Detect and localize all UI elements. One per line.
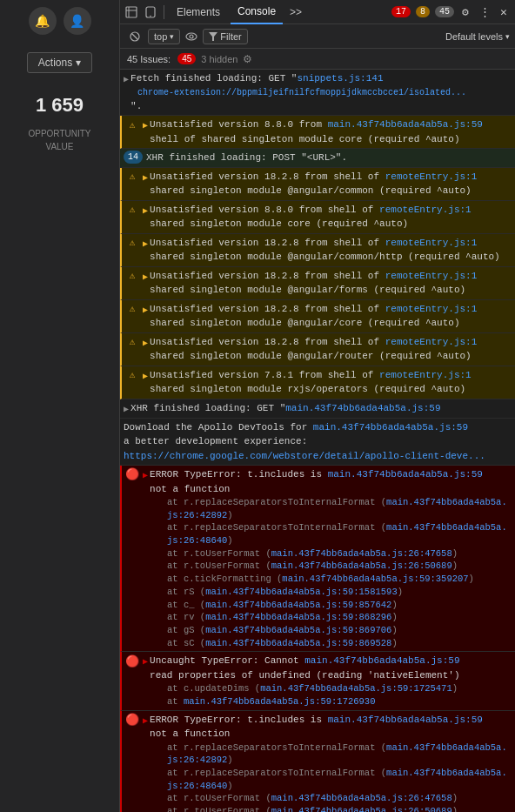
stack-line: at r.replaceSeparatorsToInternalFormat (… — [150, 496, 512, 521]
remote-entry-link-4[interactable]: remoteEntry.js:1 — [385, 271, 478, 281]
stop-recording-icon[interactable] — [125, 27, 144, 46]
stack-link[interactable]: main.43f74bb6ada4ab5a.js:59:857642 — [205, 600, 391, 610]
expand-arrow-icon[interactable]: ▶ — [143, 119, 148, 132]
expand-arrow-icon[interactable]: ▶ — [143, 205, 148, 218]
stack-line: at r.toUserFormat (main.43f74bb6ada4ab5a… — [150, 560, 512, 573]
device-toolbar-icon[interactable] — [143, 4, 158, 20]
expand-arrow-icon[interactable]: ▶ — [143, 337, 148, 350]
label-value: VALUE — [28, 140, 90, 153]
stack-link[interactable]: main.43f74bb6ada4ab5a.js:59:869706 — [205, 625, 391, 635]
warning-icon: ⚠ — [125, 336, 139, 350]
message-content: Fetch finished loading: GET "snippets.js… — [130, 71, 512, 113]
settings-icon[interactable]: ⚙ — [458, 4, 473, 20]
xhr-count-badge: 14 — [124, 151, 143, 164]
message-fetch-1: ▶ Fetch finished loading: GET "snippets.… — [120, 70, 515, 116]
expand-arrow-icon[interactable]: ▶ — [143, 271, 148, 284]
expand-arrow-icon[interactable]: ▶ — [124, 403, 129, 416]
warning-icon: ⚠ — [125, 118, 139, 132]
sidebar-labels: OPPORTUNITY VALUE — [28, 127, 90, 153]
hidden-count-label: 3 hidden — [201, 54, 237, 64]
svg-rect-0 — [126, 7, 137, 17]
main-js-link-3[interactable]: main.43f74bb6ada4ab5a.js:59 — [313, 422, 468, 433]
stack-link[interactable]: main.43f74bb6ada4ab5a.js:26:48640 — [167, 522, 507, 546]
message-content: Unsatisfied version 8.8.0 from shell of … — [150, 203, 512, 232]
message-error-1: 🔴 ▶ ERROR TypeError: t.includes is main.… — [120, 466, 515, 652]
stack-link[interactable]: main.43f74bb6ada4ab5a.js:26:50689 — [271, 560, 452, 571]
message-warning-6: ⚠ ▶ Unsatisfied version 18.2.8 from shel… — [120, 300, 515, 333]
devtools-panel: Elements Console >> 17 8 45 ⚙ ⋮ ✕ top ▾ — [120, 0, 515, 812]
message-content: Unsatisfied version 18.2.8 from shell of… — [150, 170, 512, 198]
warning-icon: ⚠ — [125, 270, 139, 284]
warning-icon: ⚠ — [125, 204, 139, 218]
chevron-down-icon: ▾ — [76, 57, 81, 69]
stack-link[interactable]: main.43f74bb6ada4ab5a.js:59:1726930 — [184, 696, 376, 707]
expand-arrow-icon[interactable]: ▶ — [143, 238, 148, 251]
close-icon[interactable]: ✕ — [496, 4, 512, 20]
expand-arrow-icon[interactable]: ▶ — [143, 370, 148, 383]
user-avatar[interactable]: 👤 — [64, 7, 91, 35]
expand-arrow-icon[interactable]: ▶ — [143, 469, 148, 482]
remote-entry-link-5[interactable]: remoteEntry.js:1 — [385, 304, 478, 314]
message-warning-4: ⚠ ▶ Unsatisfied version 18.2.8 from shel… — [120, 234, 515, 267]
warning-icon: ⚠ — [125, 369, 139, 383]
main-js-link-2[interactable]: main.43f74bb6ada4ab5a.js:59 — [285, 403, 440, 413]
level-select[interactable]: top ▾ — [148, 29, 180, 44]
main-js-error-link-3[interactable]: main.43f74bb6ada4ab5a.js:59 — [328, 715, 483, 725]
message-content: XHR finished loading: GET "main.43f74bb6… — [130, 401, 512, 416]
stack-link[interactable]: main.43f74bb6ada4ab5a.js:26:42892 — [167, 497, 507, 520]
main-js-link[interactable]: main.43f74bb6ada4ab5a.js:59 — [328, 119, 483, 130]
snippets-link[interactable]: snippets.js:141 — [297, 73, 383, 84]
stack-link[interactable]: main.43f74bb6ada4ab5a.js:59:1725471 — [260, 683, 452, 694]
warning-icon: ⚠ — [125, 237, 139, 251]
stack-link[interactable]: main.43f74bb6ada4ab5a.js:59:868296 — [205, 612, 391, 622]
tab-console[interactable]: Console — [231, 0, 283, 24]
tab-more[interactable]: >> — [286, 0, 305, 24]
expand-arrow-icon[interactable]: ▶ — [143, 655, 148, 668]
message-warning-3: ⚠ ▶ Unsatisfied version 8.8.0 from shell… — [120, 201, 515, 234]
main-js-error-link[interactable]: main.43f74bb6ada4ab5a.js:59 — [328, 469, 483, 480]
message-content: Uncaught TypeError: Cannot main.43f74bb6… — [150, 654, 512, 708]
expand-arrow-icon[interactable]: ▶ — [124, 73, 129, 86]
svg-line-6 — [132, 34, 137, 39]
remote-entry-link[interactable]: remoteEntry.js:1 — [385, 171, 478, 182]
svg-marker-9 — [209, 32, 217, 41]
stack-line: at rv (main.43f74bb6ada4ab5a.js:59:86829… — [150, 611, 512, 624]
issues-label: 45 Issues: — [127, 54, 171, 64]
remote-entry-link-2[interactable]: remoteEntry.js:1 — [379, 205, 472, 215]
filter-button[interactable]: Filter — [203, 29, 247, 44]
stack-link[interactable]: main.43f74bb6ada4ab5a.js:26:47658 — [271, 548, 452, 559]
chrome-store-link[interactable]: https://chrome.google.com/webstore/detai… — [124, 451, 485, 461]
issues-error-badge: 45 — [177, 53, 196, 64]
tab-elements[interactable]: Elements — [170, 0, 227, 24]
detach-icon[interactable]: ⋮ — [477, 4, 492, 20]
expand-arrow-icon[interactable]: ▶ — [143, 304, 148, 317]
actions-button[interactable]: Actions ▾ — [27, 52, 92, 73]
number-display: 1 659 — [36, 94, 84, 117]
console-messages[interactable]: ▶ Fetch finished loading: GET "snippets.… — [120, 70, 515, 812]
issues-gear-icon[interactable]: ⚙ — [243, 53, 252, 65]
eye-icon[interactable] — [184, 29, 199, 44]
main-js-error-link-2[interactable]: main.43f74bb6ada4ab5a.js:59 — [304, 655, 459, 666]
remote-entry-link-7[interactable]: remoteEntry.js:1 — [379, 370, 472, 380]
message-content: Unsatisfied version 8.8.0 from main.43f7… — [150, 117, 512, 146]
level-label: top — [154, 31, 167, 42]
stack-link[interactable]: main.43f74bb6ada4ab5a.js:26:42892 — [167, 742, 507, 766]
remote-entry-link-3[interactable]: remoteEntry.js:1 — [385, 238, 478, 248]
inspect-element-icon[interactable] — [124, 4, 139, 20]
toolbar-separator-1 — [164, 5, 164, 19]
stack-link[interactable]: main.43f74bb6ada4ab5a.js:26:50689 — [271, 806, 452, 812]
stack-link[interactable]: main.43f74bb6ada4ab5a.js:59:359207 — [282, 574, 468, 584]
stack-link[interactable]: main.43f74bb6ada4ab5a.js:26:48640 — [167, 768, 507, 791]
stack-link[interactable]: main.43f74bb6ada4ab5a.js:59:869528 — [205, 638, 391, 648]
stack-line: at r.toUserFormat (main.43f74bb6ada4ab5a… — [150, 805, 512, 812]
warning-icon: ⚠ — [125, 303, 139, 317]
expand-arrow-icon[interactable]: ▶ — [143, 171, 148, 185]
stack-link[interactable]: main.43f74bb6ada4ab5a.js:59:1581593 — [205, 587, 398, 597]
default-levels-label: Default levels — [445, 31, 503, 42]
expand-arrow-icon[interactable]: ▶ — [143, 715, 148, 728]
remote-entry-link-6[interactable]: remoteEntry.js:1 — [385, 337, 478, 347]
default-levels-button[interactable]: Default levels ▾ — [445, 31, 510, 42]
stack-link[interactable]: main.43f74bb6ada4ab5a.js:26:47658 — [271, 793, 452, 803]
stack-line: at c.tickFormatting (main.43f74bb6ada4ab… — [150, 573, 512, 586]
bell-icon[interactable]: 🔔 — [29, 7, 57, 35]
